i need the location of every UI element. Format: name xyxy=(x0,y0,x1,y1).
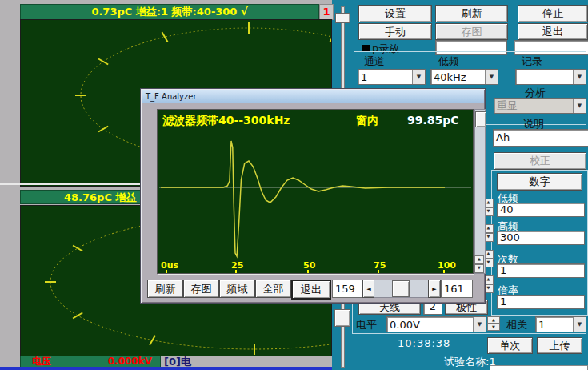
x-tickmark xyxy=(307,270,309,273)
channel-select[interactable]: 1▼ xyxy=(358,69,426,85)
x-tickmark xyxy=(235,270,237,273)
pulse-waveform xyxy=(158,110,473,273)
popup-refresh-button[interactable]: 刷新 xyxy=(147,280,183,298)
popup-all-button[interactable]: 全部 xyxy=(255,280,291,298)
chevron-down-icon: ▼ xyxy=(412,70,425,84)
bottom-window-edge xyxy=(0,367,332,370)
field-lowfreq-input[interactable]: 40 xyxy=(497,203,585,217)
field-count-input[interactable]: 1 xyxy=(497,263,585,278)
vscroll-handle[interactable] xyxy=(475,111,486,127)
lowfreq-select[interactable]: 40kHz▼ xyxy=(430,69,498,85)
exit-button[interactable]: 退出 xyxy=(518,23,588,40)
chevron-down-icon: ▼ xyxy=(573,317,586,332)
refresh-button[interactable]: 刷新 xyxy=(435,5,508,22)
pd-analyzer-app: 0.73pC 增益:1 频带:40-300 √ 1 48.76pC 增益 电压 … xyxy=(0,0,588,370)
x-tickmark xyxy=(443,270,445,273)
related-select[interactable]: 1▼ xyxy=(535,316,586,332)
chevron-down-icon: ▼ xyxy=(485,70,498,84)
digital-button[interactable]: 数字 xyxy=(497,173,582,191)
tf-analyzer-plot: 滤波器频带40--300kHz 窗内 99.85pC 0us 25 50 75 … xyxy=(157,109,474,274)
single-shot-button[interactable]: 单次 xyxy=(487,337,533,354)
x-tickmark xyxy=(166,270,167,273)
chevron-down-icon: ▼ xyxy=(473,317,486,332)
level-label: 电平 xyxy=(356,318,377,332)
position-scrollbar-handle[interactable] xyxy=(392,280,410,297)
x-tick-0: 0us xyxy=(161,260,178,271)
x-tick-25: 25 xyxy=(231,260,243,271)
scope2-gain-slider-handle[interactable] xyxy=(334,309,350,327)
test-name-label: 试验名称:1 xyxy=(444,355,496,369)
level-spinner[interactable]: ▲▼ xyxy=(487,316,500,331)
scroll-right-value: 161 xyxy=(441,280,473,298)
scroll-right-arrow[interactable]: ► xyxy=(428,280,441,298)
popup-save-button[interactable]: 存图 xyxy=(183,280,219,298)
plot-vertical-scrollbar[interactable]: ▲▼ xyxy=(474,109,486,274)
clock: 10:38:38 xyxy=(398,337,450,349)
manual-button[interactable]: 手动 xyxy=(358,23,432,40)
chevron-down-icon: ▼ xyxy=(573,99,586,113)
tf-analyzer-window: T_F Analyzer 滤波器频带40--300kHz 窗内 99.85pC … xyxy=(140,88,486,304)
related-label: 相关 xyxy=(506,318,527,332)
description-field[interactable]: Ah xyxy=(493,129,588,147)
channel-label: 通道 xyxy=(364,54,385,69)
tf-analyzer-titlebar[interactable]: T_F Analyzer xyxy=(142,90,484,103)
lowfreq-label: 低频 xyxy=(438,54,459,69)
save-image-button[interactable]: 存图 xyxy=(435,23,508,40)
scroll-left-value: 159 xyxy=(332,280,364,298)
vscroll-arrows[interactable]: ▲▼ xyxy=(474,255,484,273)
x-tick-100: 100 xyxy=(438,260,456,271)
level-select[interactable]: 0.00V▼ xyxy=(386,316,486,332)
upload-button[interactable]: 上传 xyxy=(537,337,582,354)
stop-button[interactable]: 停止 xyxy=(518,5,588,22)
x-tick-50: 50 xyxy=(303,260,315,271)
analysis-select[interactable]: 重显▼ xyxy=(494,98,586,114)
popup-exit-button[interactable]: 退出 xyxy=(291,280,331,300)
record-label: 记录 xyxy=(522,54,542,69)
scope1-channel-badge: 1 xyxy=(319,4,334,20)
x-tickmark xyxy=(378,270,379,273)
chevron-down-icon: ▼ xyxy=(573,70,586,84)
scope1-header: 0.73pC 增益:1 频带:40-300 √ xyxy=(20,4,319,20)
bottom-input-strip[interactable] xyxy=(490,365,588,370)
field-highfreq-input[interactable]: 300 xyxy=(497,231,585,245)
settings-button[interactable]: 设置 xyxy=(358,5,432,22)
x-tick-75: 75 xyxy=(374,260,386,271)
record-select[interactable]: ▼ xyxy=(515,69,586,85)
voltage-value: 0.000kV xyxy=(108,356,152,368)
calibration-button[interactable]: 校正 xyxy=(494,152,586,170)
scope1-gain-slider-handle[interactable] xyxy=(335,13,350,23)
popup-freqdomain-button[interactable]: 频域 xyxy=(219,280,255,298)
position-scrollbar[interactable] xyxy=(374,280,430,298)
voltage-label: 电压 xyxy=(32,356,51,368)
